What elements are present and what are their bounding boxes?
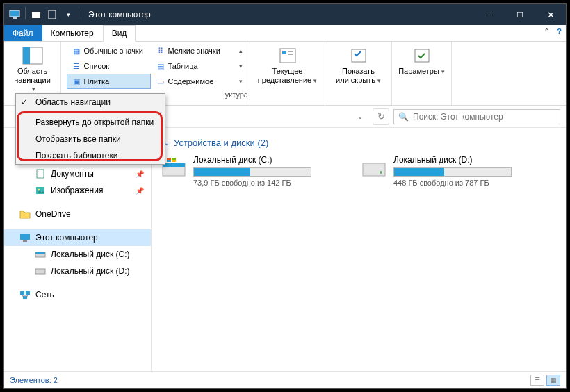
drive-name: Локальный диск (D:) [393, 155, 535, 165]
show-hide-button[interactable]: Показатьили скрыть▾ [332, 44, 384, 86]
dropdown-item-showall[interactable]: Отобразить все папки [16, 131, 165, 147]
svg-rect-10 [352, 49, 366, 62]
ribbon-tabs: Файл Компьютер Вид ⌃ ? [4, 25, 566, 42]
search-input[interactable]: 🔍 Поиск: Этот компьютер [393, 109, 560, 124]
group-header-devices[interactable]: ⌄ Устройства и диски (2) [164, 138, 556, 148]
svg-rect-8 [288, 51, 293, 52]
options-icon [411, 46, 433, 65]
scroll-down-icon[interactable]: ▾ [239, 63, 243, 70]
navpane-dropdown: ✓ Область навигации Развернуть до открыт… [15, 93, 165, 165]
content-pane: ⌄ Устройства и диски (2) Локальный диск … [152, 128, 566, 371]
navigation-pane-button[interactable]: Область навигации ▾ [8, 44, 56, 95]
svg-point-35 [380, 171, 382, 174]
thispc-icon [7, 7, 22, 22]
layout-content[interactable]: ▭Содержимое [151, 74, 235, 89]
sidebar-item-diskd[interactable]: Локальный диск (D:) [4, 263, 151, 279]
thispc-icon [19, 232, 31, 243]
qat-properties-icon[interactable] [44, 7, 60, 22]
drive-icon [361, 155, 386, 180]
drive-usage-bar [393, 167, 512, 177]
tab-file[interactable]: Файл [4, 25, 42, 41]
svg-rect-3 [49, 10, 56, 19]
dropdown-item-libraries[interactable]: Показать библиотеки [16, 147, 165, 164]
search-icon: 🔍 [398, 112, 409, 122]
dropdown-item-navpane[interactable]: ✓ Область навигации [16, 94, 165, 111]
chevron-down-icon: ▾ [32, 85, 35, 92]
svg-rect-25 [20, 291, 24, 295]
drive-name: Локальный диск (C:) [193, 155, 335, 165]
svg-rect-33 [172, 160, 176, 162]
ribbon-collapse-icon[interactable]: ⌃ [544, 27, 550, 36]
svg-point-19 [38, 189, 40, 191]
navpane-label: Область навигации [12, 67, 53, 84]
drive-icon [35, 249, 46, 260]
svg-rect-2 [32, 12, 40, 18]
sidebar-item-network[interactable]: Сеть [4, 286, 151, 303]
sidebar-item-onedrive[interactable]: OneDrive [4, 206, 151, 222]
svg-rect-7 [282, 51, 286, 54]
sidebar-item-documents[interactable]: Документы📌 [4, 165, 151, 182]
layout-gallery: ▦Обычные значки ⠿Мелкие значки ▴ ☰Список… [67, 43, 245, 89]
pictures-icon [35, 185, 46, 196]
pin-icon: 📌 [136, 170, 144, 178]
gallery-expand-icon[interactable]: ▾ [239, 78, 243, 85]
titlebar: ▾ Этот компьютер ─ ☐ ✕ [4, 4, 566, 25]
svg-rect-9 [288, 54, 293, 55]
svg-rect-29 [163, 163, 185, 167]
show-hide-icon [348, 46, 370, 65]
sidebar-item-thispc[interactable]: Этот компьютер [4, 229, 151, 246]
view-tiles-button[interactable]: ▦ [546, 375, 560, 386]
tab-view[interactable]: Вид [103, 25, 136, 42]
status-bar: Элементов: 2 ☰ ▦ [4, 371, 566, 388]
separator [19, 112, 162, 113]
network-icon [19, 289, 31, 300]
svg-rect-23 [35, 252, 45, 254]
drive-c[interactable]: Локальный диск (C:) 73,9 ГБ свободно из … [161, 155, 335, 187]
svg-rect-5 [23, 47, 30, 64]
history-dropdown[interactable]: ⌄ [352, 108, 368, 125]
layout-list[interactable]: ☰Список [67, 58, 151, 74]
view-details-button[interactable]: ☰ [530, 375, 544, 386]
documents-icon [35, 168, 46, 179]
search-placeholder: Поиск: Этот компьютер [413, 112, 503, 122]
layout-small-icons[interactable]: ⠿Мелкие значки [151, 43, 235, 58]
svg-rect-0 [10, 10, 19, 17]
folder-icon [19, 209, 31, 220]
check-icon: ✓ [21, 97, 28, 107]
svg-rect-24 [35, 269, 45, 274]
layout-details[interactable]: ▤Таблица [151, 58, 235, 74]
options-button[interactable]: Параметры▾ [395, 44, 448, 78]
svg-rect-16 [38, 172, 42, 172]
status-item-count: Элементов: 2 [10, 376, 58, 384]
drive-free-text: 73,9 ГБ свободно из 142 ГБ [193, 179, 335, 187]
drive-free-text: 448 ГБ свободно из 787 ГБ [393, 179, 535, 187]
svg-rect-34 [363, 163, 385, 176]
svg-rect-26 [26, 291, 30, 295]
svg-rect-32 [167, 158, 171, 160]
current-view-icon [277, 46, 299, 65]
help-icon[interactable]: ? [557, 27, 562, 36]
close-button[interactable]: ✕ [535, 4, 566, 25]
layout-medium-icons[interactable]: ▦Обычные значки [67, 43, 151, 58]
structure-partial-label: уктура [225, 90, 248, 99]
scroll-up-icon[interactable]: ▴ [239, 47, 243, 54]
sidebar-item-pictures[interactable]: Изображения📌 [4, 182, 151, 199]
drive-d[interactable]: Локальный диск (D:) 448 ГБ свободно из 7… [361, 155, 535, 187]
window-title: Этот компьютер [88, 10, 151, 19]
qat-dropdown-icon[interactable]: ▾ [60, 7, 76, 22]
maximize-button[interactable]: ☐ [505, 4, 535, 25]
refresh-button[interactable]: ↻ [373, 108, 389, 125]
svg-rect-1 [13, 17, 17, 19]
layout-tiles[interactable]: ▣Плитка [67, 74, 151, 89]
qat-newfolder-icon[interactable] [28, 7, 44, 22]
drive-icon [35, 266, 46, 277]
svg-rect-27 [23, 296, 27, 299]
minimize-button[interactable]: ─ [474, 4, 505, 25]
dropdown-item-expand[interactable]: Развернуть до открытой папки [16, 114, 165, 131]
current-view-button[interactable]: Текущеепредставление▾ [254, 44, 320, 86]
drive-usage-bar [193, 167, 311, 177]
sidebar-item-diskc[interactable]: Локальный диск (C:) [4, 246, 151, 263]
tab-computer[interactable]: Компьютер [42, 25, 103, 41]
svg-rect-20 [20, 234, 30, 240]
pin-icon: 📌 [136, 187, 144, 195]
